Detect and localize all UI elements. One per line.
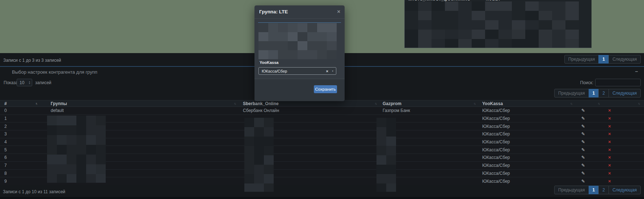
- sort-icon[interactable]: ↑↓: [473, 102, 480, 105]
- pagination-bottom: Предыдущая 1 2 Следующая: [554, 186, 641, 194]
- cell-num: 3: [0, 130, 45, 138]
- chevron-down-icon[interactable]: ▼: [332, 70, 334, 72]
- clipped-header-text: MTSTS_NIKOST_@SCANNING: [408, 0, 470, 1]
- delete-icon[interactable]: ×: [608, 117, 611, 120]
- column-header-num[interactable]: # ↑↓: [0, 100, 45, 107]
- cell-yookassa: ЮКасса/Сбер: [480, 177, 576, 185]
- column-header-sberbank[interactable]: Sberbank_Online ↑↓: [240, 100, 379, 107]
- search-input[interactable]: [595, 79, 641, 86]
- cell-num: 6: [0, 154, 45, 161]
- edit-icon[interactable]: ✎: [581, 131, 585, 137]
- delete-icon[interactable]: ×: [608, 179, 611, 183]
- prev-page-button[interactable]: Предыдущая: [554, 186, 589, 194]
- spinner-icon: ▲▼: [29, 81, 30, 85]
- cell-num: 4: [0, 138, 45, 146]
- delete-icon[interactable]: ×: [608, 140, 611, 144]
- next-page-button[interactable]: Следующая: [609, 186, 641, 194]
- page-1-button[interactable]: 1: [598, 55, 609, 64]
- blurred-content: [47, 116, 106, 183]
- pagination-top: Предыдущая 1 Следующая: [564, 55, 641, 64]
- cell-yookassa: ЮКасса/Сбер: [480, 146, 576, 153]
- modal-footer: Сохранить: [254, 79, 345, 101]
- page-1-button[interactable]: 1: [589, 186, 599, 194]
- save-button[interactable]: Сохранить: [314, 85, 337, 93]
- edit-icon[interactable]: ✎: [581, 179, 585, 184]
- next-page-button[interactable]: Следующая: [609, 89, 641, 98]
- cell-num: 8: [0, 170, 45, 177]
- edit-icon[interactable]: ✎: [581, 163, 585, 168]
- clear-icon[interactable]: ×: [326, 69, 332, 73]
- prev-page-button[interactable]: Предыдущая: [564, 55, 599, 64]
- cell-yookassa: ЮКасса/Сбер: [480, 107, 576, 114]
- cell-num: 1: [0, 115, 45, 122]
- cell-group: default: [45, 107, 240, 114]
- delete-icon[interactable]: ×: [608, 125, 611, 128]
- delete-icon[interactable]: ×: [608, 156, 611, 159]
- sort-icon[interactable]: ↑↓: [638, 102, 644, 105]
- page-1-button[interactable]: 1: [589, 89, 599, 98]
- cell-yookassa: ЮКасса/Сбер: [480, 115, 576, 122]
- panel-title: Выбор настроек контрагента для групп: [12, 69, 97, 75]
- search-label: Поиск:: [580, 80, 593, 85]
- page-2-button[interactable]: 2: [598, 89, 609, 98]
- blurred-content: [258, 23, 341, 59]
- cell-yookassa: ЮКасса/Сбер: [480, 138, 576, 146]
- cell-num: 9: [0, 177, 45, 185]
- cell-yookassa: ЮКасса/Сбер: [480, 130, 576, 138]
- form-top-border: [258, 22, 341, 23]
- blurred-content: [244, 118, 274, 192]
- sort-icon[interactable]: ↑↓: [35, 102, 45, 105]
- column-header-groups[interactable]: Группы ↑↓: [45, 100, 240, 107]
- yookassa-field-label: YooKassa: [260, 60, 278, 65]
- cell-yookassa: ЮКасса/Сбер: [480, 122, 576, 130]
- cell-num: 0: [0, 107, 45, 114]
- cell-sberbank: Сбербанк Онлайн: [240, 107, 379, 114]
- yookassa-select-value: ЮКасса/Сбер: [262, 69, 287, 73]
- edit-icon[interactable]: ✎: [581, 124, 585, 129]
- cell-num: 2: [0, 122, 45, 130]
- next-page-button[interactable]: Следующая: [609, 55, 641, 64]
- sort-icon[interactable]: ↑↓: [598, 102, 604, 105]
- column-header-edit[interactable]: ↑↓: [576, 100, 604, 107]
- edit-icon[interactable]: ✎: [581, 155, 585, 160]
- collapse-icon[interactable]: −: [635, 69, 638, 74]
- modal-header: Группа: LTE ×: [254, 5, 345, 19]
- edit-icon[interactable]: ✎: [581, 108, 585, 113]
- blurred-content: [405, 1, 592, 48]
- records-info-top: Записи с 1 до 3 из 3 записей: [3, 58, 61, 63]
- column-header-yookassa[interactable]: YooKassa ↑↓: [480, 100, 576, 107]
- page-size-value: 10: [20, 80, 24, 85]
- column-header-gazprom[interactable]: Gazprom ↑↓: [379, 100, 480, 107]
- cell-num: 5: [0, 146, 45, 153]
- edit-icon[interactable]: ✎: [581, 116, 585, 121]
- delete-icon[interactable]: ×: [608, 109, 611, 112]
- sort-icon[interactable]: ↑↓: [570, 102, 576, 105]
- close-icon[interactable]: ×: [337, 8, 340, 14]
- bottom-section-edge: [0, 197, 644, 199]
- sort-icon[interactable]: ↑↓: [375, 102, 379, 105]
- show-suffix: записей: [35, 80, 51, 85]
- blurred-content: [376, 118, 405, 192]
- page-size-select[interactable]: 10 ▲▼: [17, 79, 32, 86]
- clipped-header-text: NOBET: [486, 0, 501, 1]
- delete-icon[interactable]: ×: [608, 132, 611, 136]
- cell-yookassa: ЮКасса/Сбер: [480, 162, 576, 169]
- delete-icon[interactable]: ×: [608, 172, 611, 175]
- edit-icon[interactable]: ✎: [581, 139, 585, 144]
- edit-icon[interactable]: ✎: [581, 147, 585, 152]
- cell-yookassa: ЮКасса/Сбер: [480, 170, 576, 177]
- prev-page-button[interactable]: Предыдущая: [554, 89, 589, 98]
- page: MTSTS_NIKOST_@SCANNING NOBET Записи с 1 …: [0, 0, 644, 199]
- delete-icon[interactable]: ×: [608, 148, 611, 152]
- sort-icon[interactable]: ↑↓: [234, 102, 240, 105]
- page-2-button[interactable]: 2: [598, 186, 609, 194]
- column-header-delete[interactable]: ↑↓: [604, 100, 644, 107]
- table-row: 0defaultСбербанк ОнлайнГазпром БанкЮКасс…: [0, 107, 644, 114]
- edit-icon[interactable]: ✎: [581, 171, 585, 176]
- yookassa-select[interactable]: ЮКасса/Сбер × ▼: [258, 67, 336, 75]
- cell-num: 7: [0, 162, 45, 169]
- records-info-bottom: Записи с 1 до 10 из 11 записей: [3, 189, 65, 194]
- delete-icon[interactable]: ×: [608, 164, 611, 167]
- group-modal: Группа: LTE × YooKassa ЮКасса/Сбер × ▼ С…: [254, 5, 345, 101]
- modal-title: Группа: LTE: [259, 9, 288, 14]
